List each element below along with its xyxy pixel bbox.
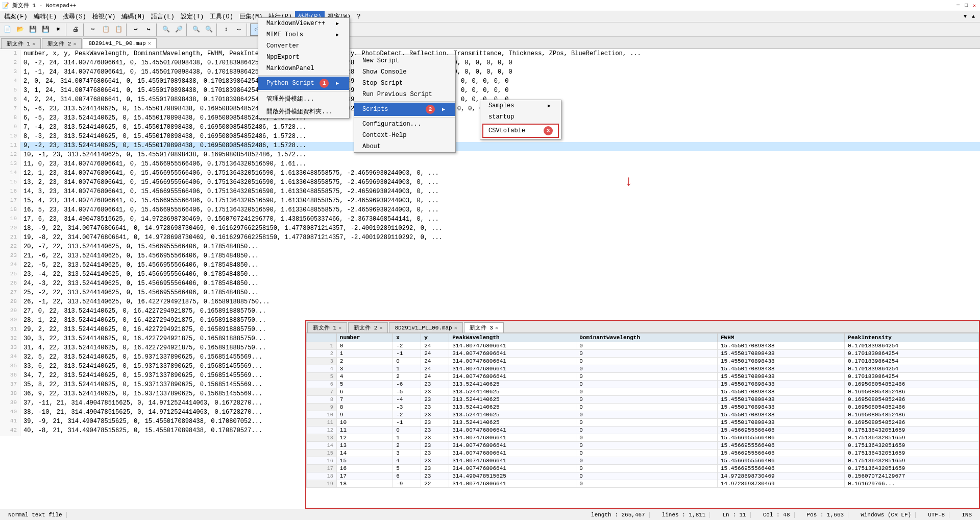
table-row[interactable]: 109-223313.5244140625015.45501708984380.… <box>307 411 979 419</box>
table-row[interactable]: 1918-922314.007476806641014.972869873046… <box>307 480 979 488</box>
table-row[interactable]: 65-623313.5244140625015.45501708984380.1… <box>307 381 979 388</box>
table-cell: 0 <box>393 358 421 365</box>
scripts-csvtotable[interactable]: CSVtoTable 3 <box>482 124 559 138</box>
table-cell: -1 <box>393 350 421 358</box>
table-row[interactable]: 1110-123313.5244140625015.45501708984380… <box>307 419 979 427</box>
table-row[interactable]: 1716523314.007476806641015.4566955566406… <box>307 465 979 472</box>
table-row[interactable]: 1817623314.490478515625014.9728698730469… <box>307 472 979 480</box>
tab1-close[interactable]: ✕ <box>32 41 35 47</box>
table-row[interactable]: 1615423314.007476806641015.4566955566406… <box>307 457 979 465</box>
plugins-pythonscript[interactable]: Python Script 1 ▶ <box>258 77 349 90</box>
table-row[interactable]: 43124314.007476806641015.45501708984380.… <box>307 365 979 373</box>
menu-help[interactable]: ? <box>354 12 363 21</box>
table-row[interactable]: 1514323314.007476806641015.4566955566406… <box>307 450 979 457</box>
line-number: 21 <box>0 234 20 243</box>
plugins-open-folder[interactable]: 開啟外掛模組資料夾... <box>258 105 349 118</box>
zoom-in-button[interactable]: 🔍 <box>190 23 202 36</box>
table-cell: 0 <box>576 350 718 358</box>
plugins-converter[interactable]: Converter <box>258 40 349 52</box>
tab2-close[interactable]: ✕ <box>73 41 76 47</box>
menu-file[interactable]: 檔案(F) <box>1 11 31 22</box>
py-about[interactable]: About <box>354 141 455 152</box>
line-content: 24, -3, 22, 313.5244140625, 0, 15.456695… <box>20 280 259 289</box>
close-button2[interactable]: ✖ <box>52 23 64 36</box>
menu-edit[interactable]: 編輯(E) <box>31 11 60 22</box>
bottom-tab1[interactable]: 新文件 1 ✕ <box>307 322 347 333</box>
table-row[interactable]: 76-523313.5244140625015.45501708984380.1… <box>307 388 979 396</box>
menu-tools[interactable]: 工具(O) <box>207 11 236 22</box>
py-stop-script[interactable]: Stop Script <box>354 78 455 89</box>
table-row[interactable]: 21-124314.007476806641015.45501708984380… <box>307 350 979 358</box>
save-button[interactable]: 💾 <box>27 23 39 36</box>
py-context-help[interactable]: Context-Help <box>354 130 455 141</box>
table-row[interactable]: 32024314.007476806641015.45501708984380.… <box>307 358 979 365</box>
plugins-manage[interactable]: 管理外掛模組... <box>258 92 349 105</box>
minimize-button[interactable]: ─ <box>954 2 962 9</box>
table-row[interactable]: 1211023314.007476806641015.4566955566406… <box>307 427 979 434</box>
scripts-samples[interactable]: Samples ▶ <box>480 100 561 111</box>
table-row[interactable]: 54224314.007476806641015.45501708984380.… <box>307 373 979 381</box>
cut-button[interactable]: ✂ <box>87 23 99 36</box>
table-scroll[interactable]: numberxyPeakWavelengthDominantWavelength… <box>306 333 979 508</box>
menu-sep2 <box>258 91 349 91</box>
py-run-previous[interactable]: Run Previous Script <box>354 89 455 100</box>
tab3-close[interactable]: ✕ <box>148 40 151 46</box>
expand-btn[interactable]: ▲ <box>970 13 977 20</box>
print-button[interactable]: 🖨 <box>69 23 82 36</box>
table-row[interactable]: 98-323313.5244140625015.45501708984380.1… <box>307 404 979 411</box>
table-row[interactable]: 1413223314.007476806641015.4566955566406… <box>307 442 979 450</box>
tab-file2[interactable]: 新文件 2 ✕ <box>42 38 82 49</box>
tab-file1[interactable]: 新文件 1 ✕ <box>1 38 41 49</box>
copy-button[interactable]: 📋 <box>100 23 112 36</box>
table-cell: 0 <box>336 342 393 350</box>
bottom-tab1-close[interactable]: ✕ <box>338 325 341 331</box>
maximize-button[interactable]: □ <box>963 2 970 9</box>
bottom-tab3-close[interactable]: ✕ <box>454 325 457 331</box>
paste-button[interactable]: 📋 <box>112 23 125 36</box>
bottom-tab2-close[interactable]: ✕ <box>379 325 382 331</box>
plugins-markdownpanel[interactable]: MarkdownPanel <box>258 63 349 74</box>
tab-map[interactable]: 8D291#1_PL_00.map ✕ <box>83 38 156 49</box>
sep5 <box>186 23 188 36</box>
save-all-button[interactable]: 💾 <box>39 23 52 36</box>
table-row[interactable]: 10-224314.007476806641015.45501708984380… <box>307 342 979 350</box>
sync-h-button[interactable]: ↔ <box>233 23 245 36</box>
plugins-markdownviewer[interactable]: MarkdownViewer++ ▶ <box>258 18 349 29</box>
sep6 <box>216 23 218 36</box>
min-btn2[interactable]: ▼ <box>962 13 969 20</box>
table-cell: 0.169508054852486 <box>845 388 979 396</box>
table-row[interactable]: 1312123314.007476806641015.4566955566406… <box>307 434 979 442</box>
line-number: 7 <box>0 105 20 114</box>
redo-button[interactable]: ↪ <box>142 23 155 36</box>
zoom-out-button[interactable]: 🔍 <box>203 23 215 36</box>
py-show-console[interactable]: Show Console <box>354 66 455 78</box>
plugins-nppexport[interactable]: NppExport <box>258 52 349 63</box>
open-button[interactable]: 📂 <box>14 23 26 36</box>
plugins-mimetools[interactable]: MIME Tools ▶ <box>258 29 349 40</box>
menu-encode[interactable]: 編碼(N) <box>118 11 148 22</box>
py-new-script[interactable]: New Script <box>354 55 455 66</box>
menu-search[interactable]: 搜尋(S) <box>60 11 89 22</box>
bottom-tab4[interactable]: 新文件 3 ✕ <box>464 322 504 333</box>
table-cell: 314.007476806641 <box>449 434 576 442</box>
menu-language[interactable]: 語言(L) <box>148 11 178 22</box>
line-number: 2 <box>0 59 20 68</box>
replace-button[interactable]: 🔎 <box>173 23 185 36</box>
bottom-tab2[interactable]: 新文件 2 ✕ <box>348 322 388 333</box>
table-row[interactable]: 87-423313.5244140625015.45501708984380.1… <box>307 396 979 404</box>
new-button[interactable]: 📄 <box>1 23 13 36</box>
bottom-tab4-close[interactable]: ✕ <box>495 325 498 331</box>
close-button[interactable]: ✕ <box>971 2 978 9</box>
status-filetype: Normal text file <box>4 512 67 518</box>
py-configuration[interactable]: Configuration... <box>354 119 455 130</box>
table-header <box>307 334 337 342</box>
sync-v-button[interactable]: ↕ <box>220 23 232 36</box>
menu-settings[interactable]: 設定(T) <box>178 11 207 22</box>
line-content: 32, 5, 22, 313.5244140625, 0, 15.9371337… <box>20 353 262 363</box>
scripts-startup[interactable]: startup <box>480 111 561 123</box>
py-scripts[interactable]: Scripts 2 ▶ <box>354 103 455 116</box>
find-button[interactable]: 🔍 <box>160 23 172 36</box>
bottom-tab3[interactable]: 8D291#1_PL_00.map ✕ <box>389 322 462 333</box>
undo-button[interactable]: ↩ <box>130 23 142 36</box>
menu-view[interactable]: 檢視(V) <box>89 11 119 22</box>
